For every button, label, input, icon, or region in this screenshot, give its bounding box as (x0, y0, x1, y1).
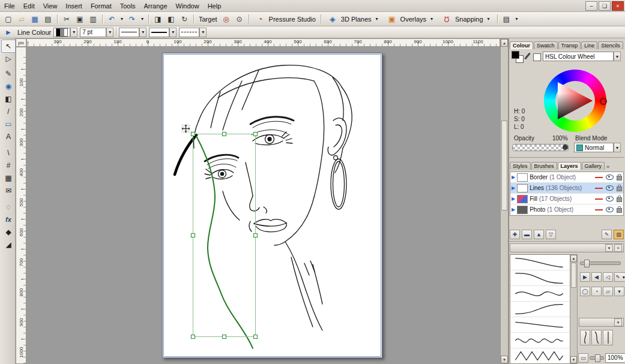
new-document-icon[interactable]: ▢ (2, 13, 15, 25)
scroll-down-button[interactable] (570, 356, 577, 363)
scrollbar-thumb[interactable] (501, 121, 507, 210)
tab-colour[interactable]: Colour (510, 41, 533, 49)
colour-wheel[interactable] (544, 70, 606, 132)
horizontal-ruler[interactable]: 300 200 100 0 100 200 300 400 500 600 70… (26, 38, 500, 47)
layer-colour-tag[interactable] (595, 188, 603, 189)
edit-all-layers-button[interactable]: ▨ (614, 230, 624, 239)
menu-file[interactable]: File (0, 1, 19, 11)
redo-dropdown-icon[interactable] (139, 14, 146, 24)
add-layer-button[interactable]: ✚ (510, 230, 520, 239)
selection-handle[interactable] (223, 335, 226, 339)
profile-list-scrollbar[interactable] (570, 254, 578, 364)
frame-tool[interactable]: ▦ (1, 172, 16, 185)
expand-icon[interactable] (512, 175, 515, 180)
pointer-tool[interactable]: ↖ (1, 40, 16, 53)
snapping-dropdown-icon[interactable] (485, 14, 492, 24)
selection-handle[interactable] (223, 133, 226, 136)
blend-mode-dropdown-icon[interactable] (614, 143, 621, 152)
layer-colour-tag[interactable] (595, 209, 603, 210)
menu-arrange[interactable]: Arrange (139, 1, 171, 11)
lock-icon[interactable] (617, 186, 622, 191)
fill-tool[interactable]: ◉ (1, 80, 16, 93)
overlays-button[interactable]: ▣ Overlays (383, 14, 438, 25)
blend-mode-select[interactable]: Normal (574, 143, 614, 152)
redo-icon[interactable]: ↷ (125, 13, 139, 25)
pressure-profile-item[interactable] (510, 348, 577, 364)
menu-insert[interactable]: Insert (61, 1, 86, 11)
tab-swatch[interactable]: Swatch (534, 41, 558, 49)
panel-menu-icon[interactable] (614, 318, 622, 326)
selection-box[interactable] (192, 133, 258, 339)
tab-layers[interactable]: Layers (558, 162, 581, 170)
fit-page-icon[interactable]: ▭ (578, 353, 588, 363)
extrude-tool[interactable]: ◢ (1, 238, 16, 251)
tab-line[interactable]: Line (581, 41, 597, 49)
delete-layer-button[interactable]: ▬ (522, 230, 532, 239)
menu-format[interactable]: Format (86, 1, 116, 11)
pressure-profile-item[interactable] (510, 286, 577, 302)
tab-stencils[interactable]: Stencils (598, 41, 623, 49)
vertical-ruler[interactable]: 100 200 300 400 500 600 700 800 900 1000 (16, 47, 26, 364)
zoom-value-box[interactable]: 100% (605, 353, 625, 363)
effects-tool[interactable]: fx (1, 213, 16, 226)
tab-styles[interactable]: Styles (510, 162, 531, 170)
pressure-profile-item[interactable] (510, 255, 577, 270)
selection-handle[interactable] (254, 335, 258, 339)
selection-handle[interactable] (192, 133, 195, 136)
opacity-slider-knob[interactable] (563, 145, 568, 150)
pressure-panel-header[interactable] (510, 243, 624, 252)
scroll-down-button[interactable] (501, 356, 508, 363)
pressure-profile-item[interactable] (510, 333, 577, 348)
text-tool[interactable]: A (1, 130, 16, 143)
paintbrush-tool[interactable]: / (1, 105, 16, 118)
lock-icon[interactable] (617, 197, 622, 202)
document-page[interactable] (162, 53, 382, 358)
close-button[interactable] (612, 1, 624, 11)
pen-dropdown-icon[interactable] (620, 272, 625, 282)
envelope-tool[interactable]: ✉ (1, 184, 16, 197)
reverse-filled-icon[interactable]: ◀ (591, 272, 602, 282)
node-tool[interactable]: ▷ (1, 52, 16, 65)
tab-brushes[interactable]: Brushes (531, 162, 557, 170)
layer-colour-tag[interactable] (595, 198, 603, 200)
visibility-eye-icon[interactable] (606, 175, 614, 180)
perspective-tool[interactable]: ◆ (1, 225, 16, 239)
quickshape-tool[interactable]: ▭ (1, 118, 16, 131)
layer-row-border[interactable]: Border (1 Object) (510, 172, 623, 183)
menu-view[interactable]: View (39, 1, 62, 11)
panel-close-icon[interactable] (614, 244, 622, 252)
ruler-units-box[interactable]: pix (16, 38, 26, 47)
edit-layer-button[interactable]: ✎ (602, 230, 612, 239)
selection-handle[interactable] (192, 335, 195, 339)
flip-horizontal-icon[interactable]: ◨ (151, 13, 165, 25)
print-icon[interactable]: ▤ (41, 13, 55, 25)
line-width-dropdown-icon[interactable] (106, 28, 113, 37)
lock-icon[interactable] (617, 176, 622, 181)
stroke-preview-item[interactable] (603, 330, 613, 345)
transparency-tool[interactable]: ◧ (1, 92, 16, 106)
dash-style-select[interactable] (149, 28, 169, 37)
crop-tool[interactable]: # (1, 159, 16, 172)
planes-button[interactable]: ◈ 3D Planes (324, 14, 383, 25)
expand-icon[interactable] (512, 207, 515, 212)
link-tool[interactable]: ◌ (1, 200, 16, 213)
cut-icon[interactable]: ✂ (60, 13, 73, 25)
menu-edit[interactable]: Edit (19, 1, 39, 11)
menu-help[interactable]: Help (204, 1, 226, 11)
panel-menu-icon[interactable] (605, 244, 613, 252)
colour-mode-select[interactable]: HSL Colour Wheel (543, 52, 614, 61)
menu-window[interactable]: Window (172, 1, 204, 11)
visibility-eye-icon[interactable] (606, 196, 614, 201)
pressure-studio-button[interactable]: ◔ Pressure Studio (252, 14, 318, 25)
zoom-slider[interactable] (590, 356, 604, 360)
tab-gallery[interactable]: Gallery (582, 162, 605, 170)
pressure-profile-item[interactable] (510, 302, 577, 317)
colour-mode-dropdown-icon[interactable] (614, 52, 621, 61)
snapping-button[interactable]: Ω Snapping (438, 14, 495, 25)
print-preview-icon[interactable]: ▤ (500, 13, 513, 25)
zoom-slider-knob[interactable] (595, 354, 600, 362)
rotate-icon[interactable]: ↻ (178, 13, 191, 25)
play-direction-icon[interactable]: ▶ (580, 272, 590, 282)
selected-curve[interactable] (196, 136, 253, 348)
profile-strength-slider[interactable] (580, 261, 621, 265)
